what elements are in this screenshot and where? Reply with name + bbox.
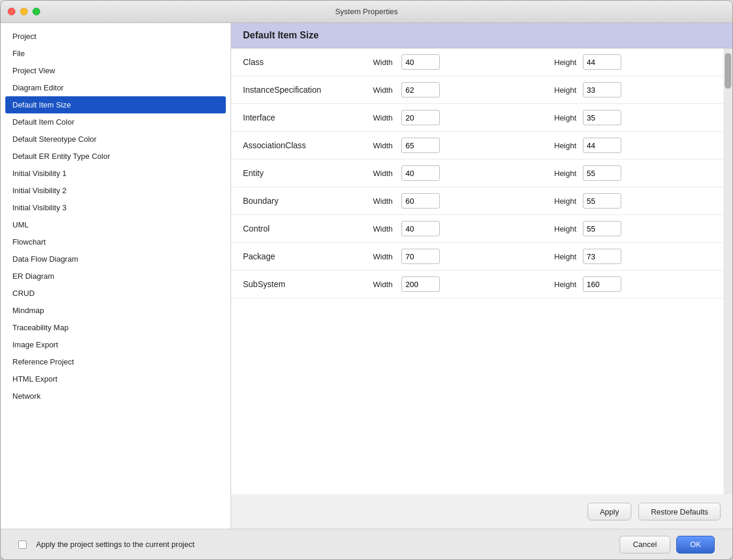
height-cell-control: Height (543, 215, 724, 243)
height-input-instance-spec[interactable] (583, 82, 621, 97)
width-cell-package: Width (361, 243, 543, 271)
width-input-class[interactable] (401, 54, 440, 70)
width-input-association-class[interactable] (401, 138, 440, 153)
sidebar-item-html-export[interactable]: HTML Export (1, 370, 231, 388)
height-label-entity: Height (554, 169, 578, 178)
row-label-class: Class (231, 48, 361, 76)
height-input-association-class[interactable] (583, 138, 621, 153)
width-cell-boundary: Width (361, 187, 543, 215)
width-label-association-class: Width (373, 141, 397, 150)
sidebar-item-mindmap[interactable]: Mindmap (1, 302, 231, 319)
height-input-package[interactable] (583, 249, 621, 264)
width-cell-association-class: Width (361, 132, 543, 159)
sidebar-item-default-item-size[interactable]: Default Item Size (5, 96, 226, 113)
width-input-boundary[interactable] (401, 193, 440, 209)
table-scroll-area[interactable]: ClassWidthHeightInstanceSpecificationWid… (231, 48, 724, 494)
height-label-association-class: Height (554, 141, 578, 150)
width-label-class: Width (373, 58, 397, 67)
cancel-button[interactable]: Cancel (620, 536, 670, 554)
height-cell-class: Height (543, 48, 724, 76)
height-input-entity[interactable] (583, 165, 621, 181)
restore-defaults-button[interactable]: Restore Defaults (638, 503, 721, 520)
table-row: InstanceSpecificationWidthHeight (231, 76, 724, 104)
sidebar-item-image-export[interactable]: Image Export (1, 336, 231, 353)
table-row: EntityWidthHeight (231, 159, 724, 187)
height-input-boundary[interactable] (583, 193, 621, 209)
height-label-interface: Height (554, 113, 578, 122)
width-input-package[interactable] (401, 249, 440, 264)
width-label-instance-spec: Width (373, 86, 397, 95)
width-input-instance-spec[interactable] (401, 82, 440, 97)
width-cell-subsystem: Width (361, 271, 543, 298)
maximize-button[interactable] (33, 8, 40, 15)
sidebar-item-project-view[interactable]: Project View (1, 62, 231, 79)
sidebar-item-uml[interactable]: UML (1, 216, 231, 233)
sidebar-item-file[interactable]: File (1, 45, 231, 62)
width-label-interface: Width (373, 113, 397, 122)
width-cell-interface: Width (361, 104, 543, 132)
height-cell-package: Height (543, 243, 724, 271)
height-label-class: Height (554, 58, 578, 67)
width-input-control[interactable] (401, 221, 440, 236)
width-input-subsystem[interactable] (401, 276, 440, 292)
row-label-subsystem: SubSystem (231, 271, 361, 298)
height-cell-entity: Height (543, 159, 724, 187)
row-label-control: Control (231, 215, 361, 243)
height-input-subsystem[interactable] (583, 276, 621, 292)
sidebar-item-default-item-color[interactable]: Default Item Color (1, 113, 231, 131)
minimize-button[interactable] (20, 8, 28, 15)
scroll-thumb[interactable] (725, 53, 731, 89)
height-label-control: Height (554, 224, 578, 233)
data-table: ClassWidthHeightInstanceSpecificationWid… (231, 48, 724, 298)
sidebar-item-default-stereotype-color[interactable]: Default Stereotype Color (1, 131, 231, 148)
sidebar-item-data-flow-diagram[interactable]: Data Flow Diagram (1, 250, 231, 268)
row-label-association-class: AssociationClass (231, 132, 361, 159)
width-input-interface[interactable] (401, 110, 440, 125)
sidebar-item-initial-visibility-3[interactable]: Initial Visibility 3 (1, 199, 231, 216)
height-input-class[interactable] (583, 54, 621, 70)
sidebar-item-er-diagram[interactable]: ER Diagram (1, 268, 231, 285)
height-cell-subsystem: Height (543, 271, 724, 298)
table-row: PackageWidthHeight (231, 243, 724, 271)
width-label-package: Width (373, 252, 397, 261)
width-label-entity: Width (373, 169, 397, 178)
sidebar: ProjectFileProject ViewDiagram EditorDef… (1, 23, 231, 529)
table-row: ClassWidthHeight (231, 48, 724, 76)
scrollbar[interactable] (724, 48, 732, 494)
width-cell-instance-spec: Width (361, 76, 543, 104)
close-button[interactable] (8, 8, 15, 15)
sidebar-item-default-er-entity-type-color[interactable]: Default ER Entity Type Color (1, 148, 231, 165)
apply-project-checkbox[interactable] (18, 541, 27, 549)
sidebar-item-diagram-editor[interactable]: Diagram Editor (1, 79, 231, 96)
content-header: Default Item Size (231, 23, 732, 48)
height-cell-association-class: Height (543, 132, 724, 159)
height-input-interface[interactable] (583, 110, 621, 125)
sidebar-item-traceability-map[interactable]: Traceability Map (1, 319, 231, 336)
width-label-control: Width (373, 224, 397, 233)
row-label-interface: Interface (231, 104, 361, 132)
sidebar-item-reference-project[interactable]: Reference Project (1, 353, 231, 370)
table-row: BoundaryWidthHeight (231, 187, 724, 215)
traffic-lights (8, 8, 40, 15)
footer-buttons: Cancel OK (620, 536, 715, 554)
height-label-package: Height (554, 252, 578, 261)
height-cell-interface: Height (543, 104, 724, 132)
main-content: ProjectFileProject ViewDiagram EditorDef… (1, 23, 732, 529)
sidebar-item-initial-visibility-1[interactable]: Initial Visibility 1 (1, 165, 231, 182)
sidebar-item-project[interactable]: Project (1, 28, 231, 45)
sidebar-item-initial-visibility-2[interactable]: Initial Visibility 2 (1, 182, 231, 199)
sidebar-item-crud[interactable]: CRUD (1, 285, 231, 302)
height-cell-instance-spec: Height (543, 76, 724, 104)
table-row: ControlWidthHeight (231, 215, 724, 243)
apply-button[interactable]: Apply (588, 503, 632, 520)
width-cell-entity: Width (361, 159, 543, 187)
height-label-subsystem: Height (554, 280, 578, 289)
button-row: Apply Restore Defaults (231, 494, 732, 529)
height-input-control[interactable] (583, 221, 621, 236)
table-row: SubSystemWidthHeight (231, 271, 724, 298)
ok-button[interactable]: OK (676, 536, 715, 554)
width-input-entity[interactable] (401, 165, 440, 181)
sidebar-item-network[interactable]: Network (1, 388, 231, 405)
sidebar-item-flowchart[interactable]: Flowchart (1, 233, 231, 250)
footer: Apply the project settings to the curren… (1, 529, 732, 559)
